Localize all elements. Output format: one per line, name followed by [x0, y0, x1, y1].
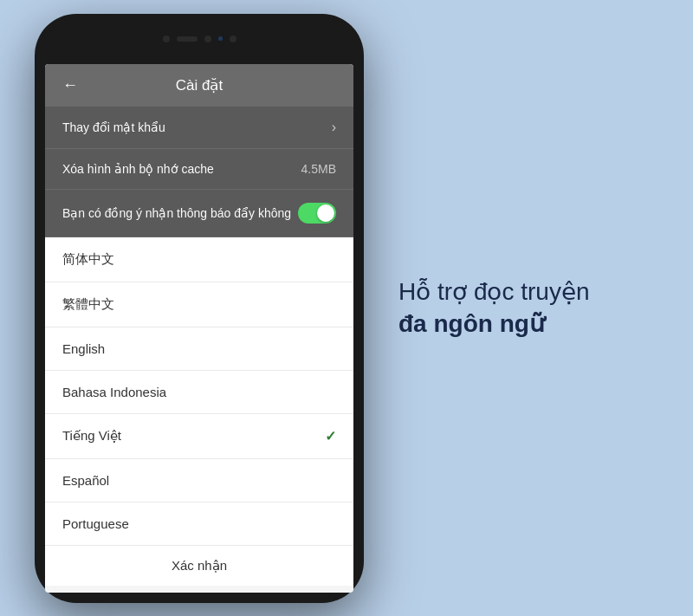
phone-speaker — [177, 36, 198, 42]
cache-size-value: 4.5MB — [301, 162, 336, 176]
phone-camera-area — [163, 36, 236, 42]
language-label: Bahasa Indonesia — [62, 385, 166, 399]
phone-dot-2 — [230, 36, 236, 42]
language-item[interactable]: 繁體中文 — [45, 282, 353, 327]
language-item[interactable]: Español — [45, 459, 353, 503]
language-item[interactable]: English — [45, 327, 353, 371]
notifications-label: Bạn có đồng ý nhận thông báo đẩy không — [62, 206, 291, 220]
language-dropdown: 简体中文繁體中文EnglishBahasa IndonesiaTiếng Việ… — [45, 237, 353, 586]
phone-camera — [204, 36, 211, 42]
phone-mockup: ← Cài đặt Thay đổi mật khẩu › Xóa hình ả… — [35, 14, 364, 603]
language-label: Portuguese — [62, 516, 129, 531]
phone-dot-1 — [163, 36, 170, 42]
confirm-button[interactable]: Xác nhận — [45, 545, 353, 586]
language-label: 繁體中文 — [62, 296, 114, 313]
promo-text-area: Hỗ trợ đọc truyện đa ngôn ngữ — [364, 276, 693, 340]
phone-sensor — [218, 36, 223, 41]
language-label: English — [62, 341, 105, 356]
settings-header: ← Cài đặt — [45, 64, 353, 107]
chevron-right-icon: › — [332, 120, 336, 135]
change-password-item[interactable]: Thay đổi mật khẩu › — [45, 107, 353, 149]
notifications-item[interactable]: Bạn có đồng ý nhận thông báo đẩy không — [45, 190, 353, 237]
language-item[interactable]: 简体中文 — [45, 237, 353, 282]
page-container: ← Cài đặt Thay đổi mật khẩu › Xóa hình ả… — [0, 0, 693, 616]
language-item[interactable]: Tiếng Việt✓ — [45, 414, 353, 459]
notifications-toggle[interactable] — [298, 203, 336, 224]
clear-cache-item[interactable]: Xóa hình ảnh bộ nhớ cache 4.5MB — [45, 149, 353, 190]
promo-line2: đa ngôn ngữ — [398, 308, 658, 340]
clear-cache-label: Xóa hình ảnh bộ nhớ cache — [62, 162, 214, 176]
language-item[interactable]: Portuguese — [45, 503, 353, 545]
phone-top-bar — [35, 14, 364, 64]
language-label: 简体中文 — [62, 251, 114, 268]
selected-check-icon: ✓ — [325, 428, 336, 444]
back-button[interactable]: ← — [62, 76, 78, 94]
phone-screen: ← Cài đặt Thay đổi mật khẩu › Xóa hình ả… — [45, 64, 353, 593]
language-item[interactable]: Bahasa Indonesia — [45, 371, 353, 414]
change-password-label: Thay đổi mật khẩu — [62, 120, 165, 134]
settings-title: Cài đặt — [176, 76, 223, 94]
language-list: 简体中文繁體中文EnglishBahasa IndonesiaTiếng Việ… — [45, 237, 353, 545]
promo-line1: Hỗ trợ đọc truyện — [398, 276, 658, 308]
language-label: Tiếng Việt — [62, 428, 121, 444]
toggle-knob — [317, 204, 334, 222]
language-label: Español — [62, 473, 109, 488]
